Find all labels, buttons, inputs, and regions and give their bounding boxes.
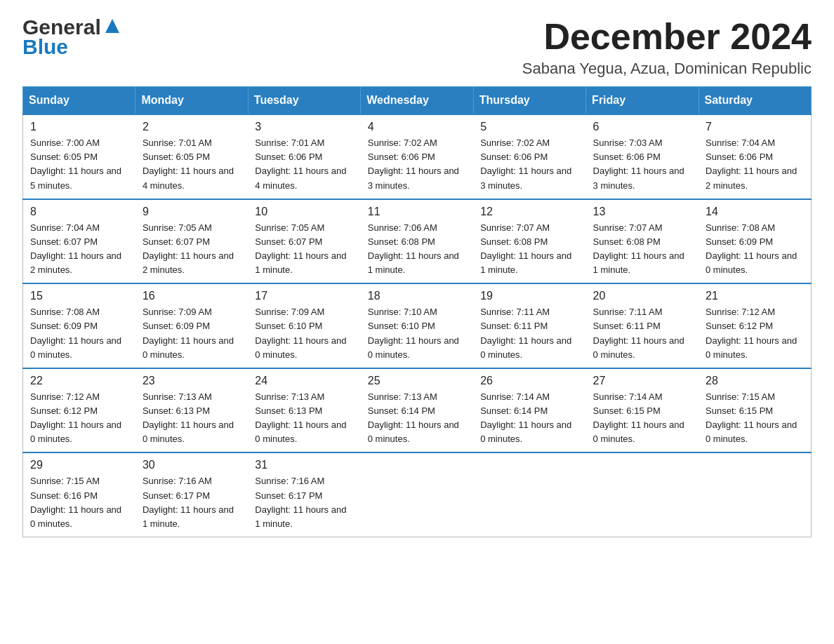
day-info: Sunrise: 7:02 AMSunset: 6:06 PMDaylight:… (368, 137, 459, 190)
day-info: Sunrise: 7:14 AMSunset: 6:15 PMDaylight:… (593, 391, 684, 444)
day-number: 31 (255, 459, 353, 471)
calendar-cell: 16 Sunrise: 7:09 AMSunset: 6:09 PMDaylig… (135, 283, 248, 368)
calendar-cell: 5 Sunrise: 7:02 AMSunset: 6:06 PMDayligh… (473, 114, 585, 199)
day-info: Sunrise: 7:07 AMSunset: 6:08 PMDaylight:… (480, 222, 571, 275)
day-number: 20 (593, 290, 691, 302)
day-info: Sunrise: 7:13 AMSunset: 6:13 PMDaylight:… (143, 391, 234, 444)
day-info: Sunrise: 7:11 AMSunset: 6:11 PMDaylight:… (593, 307, 684, 359)
day-number: 7 (706, 121, 804, 133)
day-info: Sunrise: 7:04 AMSunset: 6:07 PMDaylight:… (30, 222, 121, 275)
calendar-week-row: 29 Sunrise: 7:15 AMSunset: 6:16 PMDaylig… (23, 452, 812, 537)
day-info: Sunrise: 7:05 AMSunset: 6:07 PMDaylight:… (143, 222, 234, 275)
day-info: Sunrise: 7:10 AMSunset: 6:10 PMDaylight:… (368, 307, 459, 359)
calendar-cell: 25 Sunrise: 7:13 AMSunset: 6:14 PMDaylig… (361, 368, 473, 453)
calendar-cell: 31 Sunrise: 7:16 AMSunset: 6:17 PMDaylig… (248, 452, 360, 537)
calendar-cell: 1 Sunrise: 7:00 AMSunset: 6:05 PMDayligh… (23, 114, 135, 199)
calendar-cell: 11 Sunrise: 7:06 AMSunset: 6:08 PMDaylig… (361, 199, 473, 284)
day-number: 9 (143, 206, 241, 218)
day-info: Sunrise: 7:04 AMSunset: 6:06 PMDaylight:… (706, 137, 797, 190)
day-number: 27 (593, 375, 691, 387)
calendar-cell: 19 Sunrise: 7:11 AMSunset: 6:11 PMDaylig… (473, 283, 585, 368)
calendar-cell: 20 Sunrise: 7:11 AMSunset: 6:11 PMDaylig… (586, 283, 699, 368)
day-number: 3 (255, 121, 353, 133)
calendar-cell: 27 Sunrise: 7:14 AMSunset: 6:15 PMDaylig… (586, 368, 699, 453)
calendar-cell: 18 Sunrise: 7:10 AMSunset: 6:10 PMDaylig… (361, 283, 473, 368)
calendar-week-row: 1 Sunrise: 7:00 AMSunset: 6:05 PMDayligh… (23, 114, 812, 199)
calendar-cell: 24 Sunrise: 7:13 AMSunset: 6:13 PMDaylig… (248, 368, 360, 453)
day-number: 11 (368, 206, 466, 218)
day-number: 10 (255, 206, 353, 218)
day-info: Sunrise: 7:01 AMSunset: 6:05 PMDaylight:… (143, 137, 234, 190)
calendar-cell: 9 Sunrise: 7:05 AMSunset: 6:07 PMDayligh… (135, 199, 248, 284)
day-number: 4 (368, 121, 466, 133)
day-number: 16 (143, 290, 241, 302)
day-info: Sunrise: 7:08 AMSunset: 6:09 PMDaylight:… (30, 307, 121, 359)
calendar-cell: 22 Sunrise: 7:12 AMSunset: 6:12 PMDaylig… (23, 368, 135, 453)
logo-blue-text: Blue (22, 36, 68, 58)
day-number: 26 (480, 375, 578, 387)
day-number: 21 (706, 290, 804, 302)
day-info: Sunrise: 7:14 AMSunset: 6:14 PMDaylight:… (480, 391, 571, 444)
calendar-table: SundayMondayTuesdayWednesdayThursdayFrid… (22, 86, 812, 537)
day-info: Sunrise: 7:16 AMSunset: 6:17 PMDaylight:… (143, 476, 234, 528)
day-number: 2 (143, 121, 241, 133)
calendar-cell (699, 452, 811, 537)
month-year-title: December 2024 (522, 17, 812, 57)
day-info: Sunrise: 7:07 AMSunset: 6:08 PMDaylight:… (593, 222, 684, 275)
calendar-cell: 21 Sunrise: 7:12 AMSunset: 6:12 PMDaylig… (699, 283, 811, 368)
day-number: 6 (593, 121, 691, 133)
day-info: Sunrise: 7:15 AMSunset: 6:15 PMDaylight:… (706, 391, 797, 444)
calendar-cell: 17 Sunrise: 7:09 AMSunset: 6:10 PMDaylig… (248, 283, 360, 368)
day-number: 8 (30, 206, 128, 218)
calendar-cell: 8 Sunrise: 7:04 AMSunset: 6:07 PMDayligh… (23, 199, 135, 284)
location-subtitle: Sabana Yegua, Azua, Dominican Republic (522, 60, 812, 78)
calendar-cell: 13 Sunrise: 7:07 AMSunset: 6:08 PMDaylig… (586, 199, 699, 284)
weekday-header-monday: Monday (135, 87, 248, 115)
day-info: Sunrise: 7:03 AMSunset: 6:06 PMDaylight:… (593, 137, 684, 190)
day-number: 25 (368, 375, 466, 387)
day-info: Sunrise: 7:01 AMSunset: 6:06 PMDaylight:… (255, 137, 346, 190)
calendar-cell: 26 Sunrise: 7:14 AMSunset: 6:14 PMDaylig… (473, 368, 585, 453)
calendar-cell: 12 Sunrise: 7:07 AMSunset: 6:08 PMDaylig… (473, 199, 585, 284)
day-number: 1 (30, 121, 128, 133)
calendar-cell (361, 452, 473, 537)
day-number: 29 (30, 459, 128, 471)
day-info: Sunrise: 7:08 AMSunset: 6:09 PMDaylight:… (706, 222, 797, 275)
weekday-header-row: SundayMondayTuesdayWednesdayThursdayFrid… (23, 87, 812, 115)
day-number: 17 (255, 290, 353, 302)
day-info: Sunrise: 7:11 AMSunset: 6:11 PMDaylight:… (480, 307, 571, 359)
calendar-cell: 15 Sunrise: 7:08 AMSunset: 6:09 PMDaylig… (23, 283, 135, 368)
day-number: 23 (143, 375, 241, 387)
calendar-cell: 14 Sunrise: 7:08 AMSunset: 6:09 PMDaylig… (699, 199, 811, 284)
weekday-header-sunday: Sunday (23, 87, 135, 115)
day-info: Sunrise: 7:02 AMSunset: 6:06 PMDaylight:… (480, 137, 571, 190)
day-number: 5 (480, 121, 578, 133)
day-number: 12 (480, 206, 578, 218)
day-info: Sunrise: 7:05 AMSunset: 6:07 PMDaylight:… (255, 222, 346, 275)
calendar-week-row: 15 Sunrise: 7:08 AMSunset: 6:09 PMDaylig… (23, 283, 812, 368)
calendar-cell: 6 Sunrise: 7:03 AMSunset: 6:06 PMDayligh… (586, 114, 699, 199)
title-block: December 2024 Sabana Yegua, Azua, Domini… (522, 17, 812, 78)
day-info: Sunrise: 7:12 AMSunset: 6:12 PMDaylight:… (30, 391, 121, 444)
day-info: Sunrise: 7:13 AMSunset: 6:14 PMDaylight:… (368, 391, 459, 444)
day-number: 22 (30, 375, 128, 387)
page-header: General Blue December 2024 Sabana Yegua,… (22, 17, 812, 78)
day-number: 15 (30, 290, 128, 302)
day-number: 19 (480, 290, 578, 302)
day-number: 24 (255, 375, 353, 387)
logo: General Blue (22, 17, 122, 58)
day-info: Sunrise: 7:12 AMSunset: 6:12 PMDaylight:… (706, 307, 797, 359)
day-number: 18 (368, 290, 466, 302)
day-info: Sunrise: 7:13 AMSunset: 6:13 PMDaylight:… (255, 391, 346, 444)
day-info: Sunrise: 7:15 AMSunset: 6:16 PMDaylight:… (30, 476, 121, 528)
weekday-header-wednesday: Wednesday (361, 87, 473, 115)
calendar-cell: 23 Sunrise: 7:13 AMSunset: 6:13 PMDaylig… (135, 368, 248, 453)
day-number: 14 (706, 206, 804, 218)
calendar-cell: 4 Sunrise: 7:02 AMSunset: 6:06 PMDayligh… (361, 114, 473, 199)
calendar-week-row: 8 Sunrise: 7:04 AMSunset: 6:07 PMDayligh… (23, 199, 812, 284)
day-info: Sunrise: 7:09 AMSunset: 6:10 PMDaylight:… (255, 307, 346, 359)
day-info: Sunrise: 7:09 AMSunset: 6:09 PMDaylight:… (143, 307, 234, 359)
calendar-cell (586, 452, 699, 537)
svg-marker-0 (105, 19, 119, 33)
day-info: Sunrise: 7:16 AMSunset: 6:17 PMDaylight:… (255, 476, 346, 528)
